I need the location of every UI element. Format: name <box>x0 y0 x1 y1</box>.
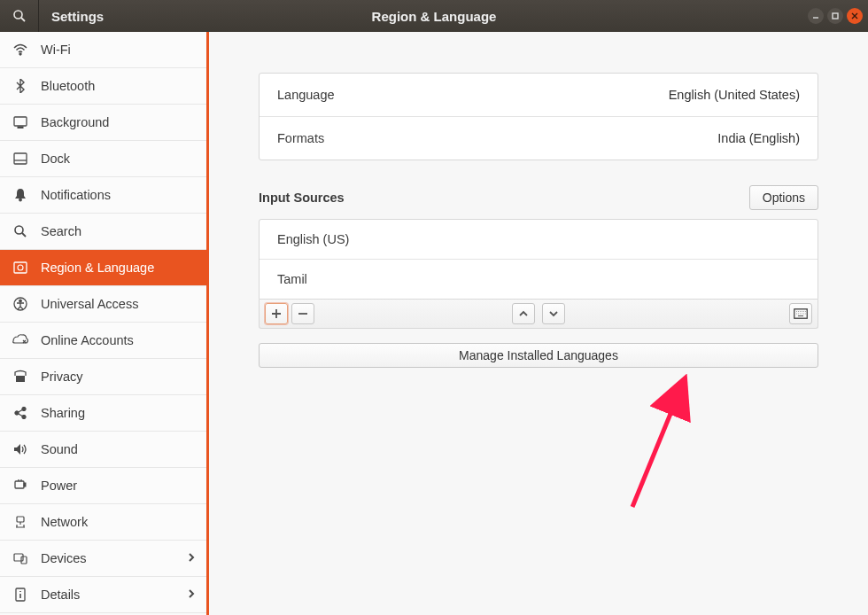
sidebar-item-region-language[interactable]: Region & Language <box>0 250 206 286</box>
svg-rect-4 <box>14 117 27 126</box>
sidebar-item-label: Bluetooth <box>41 79 196 93</box>
background-icon <box>12 116 28 128</box>
svg-rect-23 <box>21 557 27 564</box>
close-icon <box>850 12 859 20</box>
bluetooth-icon <box>12 79 28 93</box>
input-sources-list: English (US) Tamil <box>259 219 818 300</box>
privacy-icon <box>12 370 28 384</box>
svg-rect-11 <box>14 262 27 273</box>
sidebar-item-sound[interactable]: Sound <box>0 432 206 468</box>
svg-point-14 <box>19 300 22 302</box>
options-button[interactable]: Options <box>749 185 818 210</box>
minus-icon <box>298 308 308 319</box>
sidebar-item-devices[interactable]: Devices <box>0 541 206 577</box>
sidebar-item-network[interactable]: Network <box>0 504 206 541</box>
sidebar-item-label: Details <box>41 588 174 602</box>
devices-icon <box>12 552 28 564</box>
page-title: Region & Language <box>372 9 497 24</box>
sidebar: Wi-Fi Bluetooth Background Dock Notifica <box>0 32 209 615</box>
move-down-button[interactable] <box>542 303 565 324</box>
window-controls <box>808 8 863 24</box>
sidebar-item-online-accounts[interactable]: Online Accounts <box>0 323 206 359</box>
network-icon <box>12 516 28 528</box>
maximize-button[interactable] <box>827 8 843 24</box>
svg-rect-19 <box>15 481 24 488</box>
chevron-up-icon <box>518 308 529 319</box>
close-button[interactable] <box>847 8 863 24</box>
details-icon <box>12 588 28 602</box>
sidebar-item-label: Power <box>41 479 196 493</box>
svg-point-8 <box>19 199 22 201</box>
chevron-right-icon <box>187 551 196 565</box>
svg-rect-5 <box>18 127 23 128</box>
sidebar-item-label: Search <box>41 224 196 238</box>
svg-point-0 <box>14 11 22 19</box>
sidebar-item-background[interactable]: Background <box>0 105 206 141</box>
sidebar-item-label: Region & Language <box>41 261 196 275</box>
sidebar-item-sharing[interactable]: Sharing <box>0 395 206 432</box>
minimize-icon <box>811 12 820 20</box>
remove-input-source-button[interactable] <box>291 303 314 324</box>
sidebar-item-details[interactable]: Details <box>0 577 206 613</box>
sidebar-item-search[interactable]: Search <box>0 214 206 250</box>
svg-point-3 <box>19 53 21 55</box>
sidebar-item-privacy[interactable]: Privacy <box>0 359 206 395</box>
svg-rect-6 <box>14 153 27 164</box>
chevron-right-icon <box>187 588 196 602</box>
plus-icon <box>271 308 282 319</box>
sidebar-item-universal-access[interactable]: Universal Access <box>0 286 206 323</box>
input-source-item[interactable]: Tamil <box>260 260 818 299</box>
keyboard-icon <box>794 308 808 319</box>
svg-rect-2 <box>833 13 838 19</box>
input-sources-title: Input Sources <box>259 191 345 205</box>
svg-line-1 <box>21 18 25 21</box>
input-source-item[interactable]: English (US) <box>260 220 818 260</box>
sidebar-item-label: Wi-Fi <box>41 43 196 57</box>
sidebar-item-label: Privacy <box>41 370 196 384</box>
sidebar-item-notifications[interactable]: Notifications <box>0 177 206 214</box>
sidebar-item-label: Notifications <box>41 188 196 202</box>
input-sources-toolbar <box>259 300 818 329</box>
show-keyboard-layout-button[interactable] <box>789 303 812 324</box>
sidebar-item-label: Sound <box>41 442 196 456</box>
chevron-down-icon <box>548 308 559 319</box>
svg-rect-15 <box>16 376 25 382</box>
search-icon <box>12 224 28 238</box>
sidebar-item-dock[interactable]: Dock <box>0 141 206 177</box>
sidebar-item-label: Devices <box>41 551 174 565</box>
move-up-button[interactable] <box>512 303 535 324</box>
language-row[interactable]: Language English (United States) <box>260 74 818 117</box>
svg-point-9 <box>15 226 23 234</box>
formats-label: Formats <box>277 131 324 145</box>
formats-row[interactable]: Formats India (English) <box>260 117 818 160</box>
sidebar-item-label: Network <box>41 515 196 529</box>
language-formats-card: Language English (United States) Formats… <box>259 73 818 160</box>
svg-rect-21 <box>17 517 24 522</box>
language-value: English (United States) <box>669 88 800 102</box>
sidebar-item-label: Sharing <box>41 406 196 420</box>
input-sources-header: Input Sources Options <box>259 185 818 210</box>
svg-point-12 <box>18 265 23 270</box>
add-input-source-button[interactable] <box>265 303 288 324</box>
wifi-icon <box>12 43 28 57</box>
content-area: Language English (United States) Formats… <box>209 32 868 615</box>
sidebar-item-wifi[interactable]: Wi-Fi <box>0 32 206 68</box>
annotation-arrow <box>620 374 700 516</box>
sidebar-item-power[interactable]: Power <box>0 468 206 504</box>
svg-rect-20 <box>24 483 26 487</box>
svg-line-26 <box>632 390 680 507</box>
svg-line-10 <box>22 233 26 237</box>
sidebar-item-label: Universal Access <box>41 297 196 311</box>
manage-languages-button[interactable]: Manage Installed Languages <box>259 343 818 368</box>
minimize-button[interactable] <box>808 8 824 24</box>
online-accounts-icon <box>12 334 28 346</box>
sidebar-item-label: Online Accounts <box>41 333 196 347</box>
sharing-icon <box>12 406 28 420</box>
search-button[interactable] <box>0 0 39 32</box>
power-icon <box>12 479 28 493</box>
region-language-icon <box>12 261 28 274</box>
formats-value: India (English) <box>717 131 800 145</box>
sidebar-item-label: Background <box>41 115 196 129</box>
app-title: Settings <box>39 9 209 24</box>
sidebar-item-bluetooth[interactable]: Bluetooth <box>0 68 206 105</box>
